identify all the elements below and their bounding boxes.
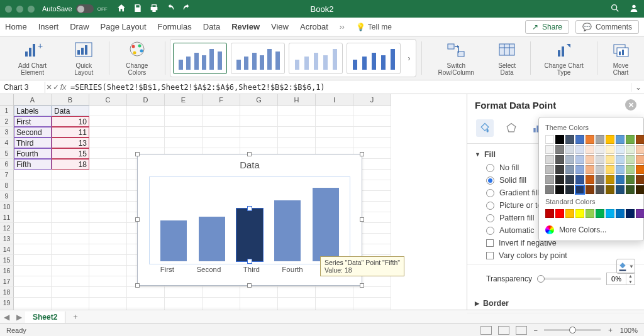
cell-B9[interactable]	[52, 191, 89, 202]
gallery-next[interactable]: ›	[404, 43, 413, 74]
embedded-chart[interactable]: Data FirstSecondThirdFourthFifth Series …	[137, 154, 362, 286]
color-swatch[interactable]	[616, 135, 625, 144]
add-sheet-button[interactable]: ＋	[65, 310, 86, 323]
cell-B19[interactable]	[52, 298, 89, 308]
color-swatch[interactable]	[596, 175, 604, 184]
color-swatch[interactable]	[545, 185, 554, 194]
color-swatch[interactable]	[616, 155, 625, 164]
color-swatch[interactable]	[586, 165, 594, 174]
color-swatch[interactable]	[606, 175, 614, 184]
color-swatch[interactable]	[636, 145, 644, 154]
color-swatch[interactable]	[606, 145, 614, 154]
cell-H2[interactable]	[278, 116, 316, 127]
cell-H1[interactable]	[278, 106, 316, 116]
cell-B3[interactable]: 11	[52, 127, 89, 138]
cell-G2[interactable]	[240, 116, 278, 127]
cell-J20[interactable]	[353, 308, 391, 310]
cell-G3[interactable]	[240, 127, 278, 138]
cell-C1[interactable]	[89, 106, 127, 116]
change-colors[interactable]: Change Colors	[114, 39, 159, 77]
max-dot[interactable]	[28, 6, 35, 13]
col-header[interactable]: D	[127, 94, 165, 105]
cell-B15[interactable]	[52, 255, 89, 266]
cell-H4[interactable]	[278, 138, 316, 148]
style-2[interactable]	[231, 43, 285, 74]
style-3[interactable]	[289, 43, 343, 74]
cell-A16[interactable]	[14, 266, 52, 276]
home-icon[interactable]	[116, 3, 126, 15]
col-header[interactable]: H	[278, 94, 316, 105]
color-swatch[interactable]	[626, 165, 635, 174]
effects-icon[interactable]	[502, 119, 520, 137]
move-chart[interactable]: Move Chart	[602, 39, 639, 77]
user-icon[interactable]	[629, 3, 639, 15]
cell-A13[interactable]	[14, 234, 52, 244]
cell-I3[interactable]	[316, 127, 353, 138]
redo-icon[interactable]	[182, 3, 192, 15]
fill-line-icon[interactable]	[476, 119, 494, 137]
autosave-toggle[interactable]: AutoSave OFF	[42, 4, 108, 13]
tab-acrobat[interactable]: Acrobat	[300, 20, 328, 33]
tab-formulas[interactable]: Formulas	[158, 20, 192, 33]
color-swatch[interactable]	[586, 135, 594, 144]
color-swatch[interactable]	[565, 135, 574, 144]
cell-A3[interactable]: Second	[14, 127, 52, 138]
chart-handle[interactable]	[135, 217, 140, 222]
chart-style-gallery[interactable]: ›	[170, 39, 416, 77]
cell-E3[interactable]	[165, 127, 203, 138]
color-swatch[interactable]	[555, 175, 564, 184]
close-dot[interactable]	[5, 6, 12, 13]
cell-A15[interactable]	[14, 255, 52, 266]
chart-handle[interactable]	[360, 152, 364, 156]
color-swatch[interactable]	[606, 209, 614, 218]
color-swatch[interactable]	[565, 165, 574, 174]
cell-A18[interactable]	[14, 287, 52, 298]
chart-handle[interactable]	[135, 283, 140, 288]
color-swatch[interactable]	[596, 209, 604, 218]
row-header[interactable]: 13	[0, 234, 14, 244]
cell-F19[interactable]	[203, 298, 240, 308]
cell-D1[interactable]	[127, 106, 165, 116]
color-swatch[interactable]	[626, 175, 635, 184]
cell-A14[interactable]	[14, 244, 52, 255]
row-header[interactable]: 9	[0, 191, 14, 202]
col-header[interactable]: J	[353, 94, 391, 105]
cell-C18[interactable]	[89, 287, 127, 298]
col-header[interactable]: A	[14, 94, 52, 105]
cell-C19[interactable]	[89, 298, 127, 308]
color-swatch[interactable]	[555, 209, 564, 218]
color-swatch[interactable]	[636, 175, 644, 184]
cell-A12[interactable]	[14, 223, 52, 234]
color-swatch[interactable]	[575, 185, 584, 194]
cell-B16[interactable]	[52, 266, 89, 276]
spreadsheet-grid[interactable]: ABCDEFGHIJ 12345678910111213141516171819…	[0, 94, 467, 310]
color-swatch[interactable]	[545, 209, 554, 218]
cell-A6[interactable]: Fifth	[14, 159, 52, 170]
formula-input[interactable]: =SERIES(Sheet2!$B$1,Sheet2!$A$2:$A$6,She…	[67, 82, 631, 93]
cell-I20[interactable]	[316, 308, 353, 310]
color-swatch[interactable]	[606, 155, 614, 164]
cell-B20[interactable]	[52, 308, 89, 310]
cell-E20[interactable]	[165, 308, 203, 310]
fill-color-button[interactable]: ▼	[616, 259, 635, 274]
row-header[interactable]: 7	[0, 170, 14, 180]
cell-B4[interactable]: 13	[52, 138, 89, 148]
cell-A9[interactable]	[14, 191, 52, 202]
switch-row-column[interactable]: Switch Row/Column	[427, 39, 485, 77]
cell-G20[interactable]	[240, 308, 278, 310]
cell-A10[interactable]	[14, 202, 52, 212]
color-swatch[interactable]	[565, 175, 574, 184]
color-swatch[interactable]	[596, 135, 604, 144]
chart-handle[interactable]	[360, 283, 364, 288]
row-header[interactable]: 8	[0, 180, 14, 191]
cell-D18[interactable]	[127, 287, 165, 298]
change-chart-type[interactable]: Change Chart Type	[536, 39, 592, 77]
color-swatch[interactable]	[606, 135, 614, 144]
tab-data[interactable]: Data	[203, 20, 220, 33]
cell-J18[interactable]	[353, 287, 391, 298]
cell-B5[interactable]: 15	[52, 148, 89, 159]
tab-view[interactable]: View	[271, 20, 289, 33]
cell-B8[interactable]	[52, 180, 89, 191]
cell-A11[interactable]	[14, 212, 52, 223]
cell-H19[interactable]	[278, 298, 316, 308]
